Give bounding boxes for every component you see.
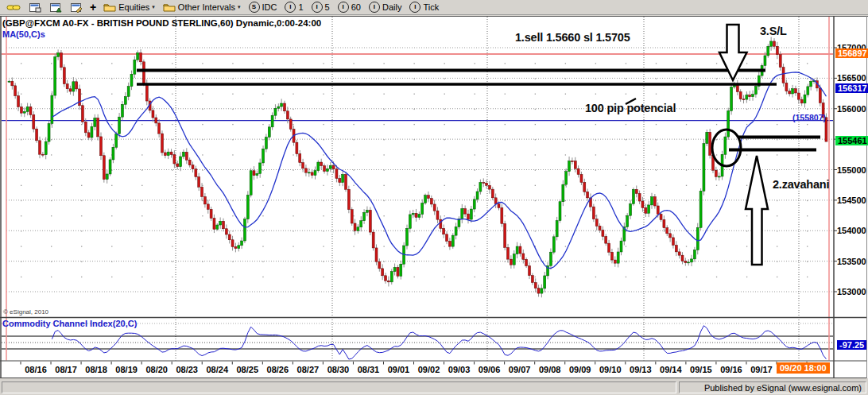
- x-axis-label: 09/08: [539, 365, 561, 374]
- price-label-orange: 156897: [835, 48, 868, 58]
- new-window-icon: [29, 2, 41, 13]
- window-settings-button[interactable]: [66, 1, 87, 14]
- interval-daily-button[interactable]: I Daily: [365, 1, 405, 14]
- x-axis-label: 09/16: [720, 365, 742, 374]
- x-axis-label: 08/20: [145, 365, 168, 374]
- x-axis-label: 09/17: [750, 365, 773, 374]
- x-axis-label: 09/03: [448, 365, 471, 374]
- x-axis-label: 08/18: [85, 365, 107, 374]
- i-circle-icon: I: [312, 2, 323, 13]
- x-axis-label: 09/07: [509, 365, 531, 374]
- interval-tick-label: Tick: [423, 2, 439, 12]
- chevron-down-icon: ▾: [152, 4, 155, 10]
- x-axis-label: 09/02: [418, 365, 440, 374]
- price-label-last: 155461: [835, 136, 868, 145]
- x-axis-label: 08/26: [267, 365, 289, 374]
- folder-icon: [163, 2, 176, 12]
- interval-tick-button[interactable]: I Tick: [405, 1, 443, 14]
- add-icon: +: [90, 1, 96, 14]
- current-time-label: 09/20 18:00: [777, 362, 830, 374]
- price-tick-label: 156500: [837, 73, 866, 83]
- x-axis-label: 09/10: [599, 365, 622, 374]
- price-tick-label: 154000: [837, 226, 866, 235]
- x-axis-label: 08/30: [327, 365, 350, 374]
- x-axis-label: 09/09: [569, 365, 591, 374]
- x-axis-label: 08/25: [237, 365, 259, 374]
- chart-title: (GBP@FXCM A0-FX - BRITISH POUND STERLING…: [2, 18, 321, 28]
- annotation-hesitation-note: 2.zavahani: [773, 178, 829, 191]
- price-tick-label: 153500: [837, 257, 866, 266]
- esignal-window: + Equities ▾ Other Intervals ▾ S IDC I 1…: [0, 0, 868, 395]
- idc-source-label: IDC: [262, 2, 277, 12]
- x-axis-label: 09/13: [630, 365, 652, 374]
- x-axis-label: 08/16: [25, 365, 47, 374]
- i-circle-icon: I: [409, 2, 420, 13]
- copy-window-icon: [49, 2, 62, 13]
- price-tick-label: 153000: [837, 287, 866, 296]
- price-label-ma: 156317: [835, 83, 868, 93]
- status-bar: Published by eSignal (www.esignal.com): [0, 380, 868, 395]
- price-tick-label: 155000: [837, 165, 866, 175]
- x-axis-label: 09/01: [388, 365, 410, 374]
- other-intervals-menu-label: Other Intervals: [178, 2, 235, 12]
- interval-60-button[interactable]: I 60: [334, 1, 365, 14]
- x-axis-label: 08/27: [297, 365, 320, 374]
- copy-window-button[interactable]: [45, 1, 66, 14]
- link-icon: [6, 2, 21, 13]
- interval-1-label: 1: [298, 2, 303, 12]
- other-intervals-menu-button[interactable]: Other Intervals ▾: [159, 1, 245, 14]
- x-axis-label: 08/23: [176, 365, 198, 374]
- x-axis-label: 08/31: [358, 365, 380, 374]
- price-tick-label: 154500: [837, 196, 866, 205]
- price-line-label: (155807): [792, 113, 826, 122]
- interval-daily-label: Daily: [382, 2, 401, 12]
- cci-indicator-label: Commodity Channel Index(20,C): [2, 319, 137, 328]
- equities-menu-button[interactable]: Equities ▾: [99, 1, 159, 14]
- annotation-stop-loss-note: 3.S/L: [760, 25, 787, 37]
- toolbar: + Equities ▾ Other Intervals ▾ S IDC I 1…: [0, 0, 868, 15]
- idc-source-button[interactable]: S IDC: [245, 1, 281, 14]
- x-axis-label: 09/14: [660, 365, 682, 374]
- price-tick-label: 156000: [837, 104, 866, 114]
- candlestick-series: [8, 37, 827, 297]
- folder-icon: [103, 2, 116, 12]
- i-circle-icon: I: [285, 2, 296, 13]
- copyright-label: © eSignal, 2010: [3, 308, 48, 316]
- x-axis-label: 09/06: [479, 365, 501, 374]
- trade-markup-drawings: [137, 25, 820, 265]
- s-circle-icon: S: [249, 2, 260, 13]
- interval-1-button[interactable]: I 1: [281, 1, 307, 14]
- up-arrow-drawing: [746, 156, 768, 265]
- chevron-down-icon: ▾: [238, 4, 241, 10]
- i-circle-icon: I: [338, 2, 349, 13]
- annotation-sell-note: 1.sell 1.5660 sl 1.5705: [515, 31, 630, 44]
- link-button[interactable]: [2, 1, 25, 14]
- i-circle-icon: I: [369, 2, 380, 13]
- x-axis-label: 08/19: [115, 365, 138, 374]
- publisher-label: Published by eSignal (www.esignal.com): [679, 381, 866, 393]
- interval-5-label: 5: [325, 2, 330, 12]
- x-axis-label: 08/24: [206, 365, 228, 374]
- ma-indicator-label: MA(50,C)s: [2, 29, 45, 39]
- new-window-button[interactable]: [25, 1, 45, 14]
- add-symbol-button[interactable]: +: [87, 1, 99, 14]
- ma-line: [52, 72, 826, 269]
- equities-menu-label: Equities: [118, 2, 149, 12]
- chart-canvas[interactable]: [0, 0, 868, 395]
- x-axis-label: 09/15: [690, 365, 712, 374]
- status-panel-left: [2, 381, 676, 393]
- annotation-pip-note: 100 pip potencial: [585, 102, 676, 114]
- interval-5-button[interactable]: I 5: [308, 1, 334, 14]
- x-axis-label: 08/17: [55, 365, 77, 374]
- cci-value-label: -97.25: [837, 340, 866, 350]
- window-settings-icon: [70, 2, 83, 13]
- interval-60-label: 60: [351, 2, 361, 12]
